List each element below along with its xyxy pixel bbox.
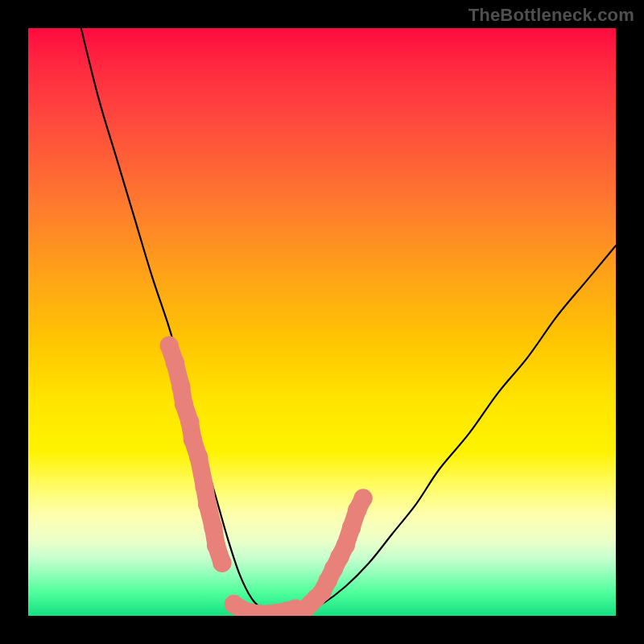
chart-svg	[28, 28, 616, 616]
dot-cluster-left-dot	[207, 536, 225, 555]
plot-area	[28, 28, 616, 616]
dot-cluster-right-dot	[336, 536, 355, 555]
dot-cluster-left-dot	[198, 495, 217, 514]
dot-cluster-left-dot	[184, 430, 202, 448]
dot-cluster-left-dot	[195, 477, 213, 496]
dot-cluster-left-dot	[160, 336, 179, 355]
watermark-label: TheBottleneck.com	[469, 5, 634, 26]
dot-cluster-right-dot	[353, 489, 372, 507]
dot-cluster-right-dot	[342, 518, 361, 537]
dot-cluster-left-dot	[213, 554, 231, 572]
dot-cluster-left-dot	[171, 378, 190, 396]
dot-cluster-left-dot	[166, 353, 184, 372]
dot-cluster-left-dot	[189, 448, 208, 466]
dot-cluster-left-dot	[175, 395, 193, 414]
dot-cluster-left-dot	[180, 412, 199, 431]
dot-cluster-left-dot	[204, 518, 222, 537]
chart-frame: TheBottleneck.com	[0, 0, 644, 644]
